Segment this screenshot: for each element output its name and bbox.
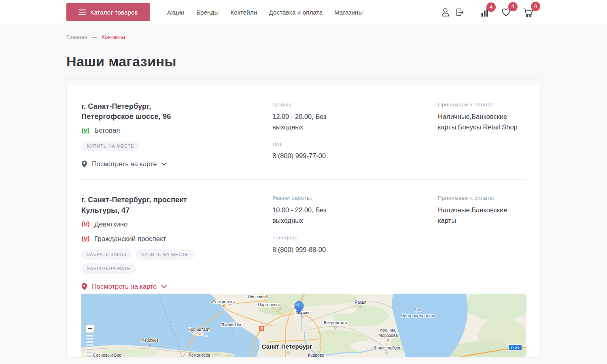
store-map[interactable]: ПесочныйСестрорецкПарголовоМуриноРахьяЛи… (81, 294, 526, 357)
metro-icon: М (81, 127, 90, 134)
header-icons: 4 4 0 (440, 0, 534, 24)
store-tag: КУПИТЬ НА МЕСТЕ (81, 141, 140, 151)
map-town-dot (279, 308, 280, 309)
schedule-value: 12.00 - 20.00, Без выходных (272, 112, 347, 132)
map-label: Морозова (378, 333, 398, 338)
payment-value: Наличные,Банковские карты (438, 205, 526, 226)
map-town-dot (149, 344, 151, 346)
phone-value: 8 (800) 999-77-00 (272, 151, 438, 161)
map-town-dot (301, 316, 303, 318)
metro-station-name: Гражданский проспект (94, 235, 166, 243)
cart-count-badge: 0 (531, 2, 540, 11)
title-divider (66, 78, 541, 78)
map-label: Шлиссельбург (372, 345, 401, 350)
svg-text:М: М (84, 222, 88, 227)
metro-station: М Девяткино (81, 220, 272, 229)
schedule-label: Режим работы: (272, 195, 438, 201)
store-tags: КУПИТЬ НА МЕСТЕ (81, 141, 243, 151)
map-town-dot (223, 305, 225, 307)
show-on-map-link[interactable]: Посмотреть на карте (81, 160, 167, 168)
breadcrumb-home-link[interactable]: Главная (66, 34, 87, 40)
metro-station-name: Девяткино (94, 220, 128, 229)
wishlist-count-badge: 4 (508, 2, 518, 11)
nav-delivery[interactable]: Доставка и оплата (269, 9, 323, 16)
map-label: Ломоносов (189, 353, 211, 357)
nav-shops[interactable]: Магазины (334, 9, 363, 16)
store-address: г. Санкт-Петербург, проспект Культуры, 4… (81, 195, 189, 215)
map-town-dot (387, 339, 389, 341)
show-on-map-label: Посмотреть на карте (92, 160, 157, 168)
map-label: Санкт-Петербург (262, 343, 312, 350)
map-label: Петрокрепость (401, 313, 435, 318)
header: Каталог товаров Акции Бренды Коктейли До… (0, 0, 607, 24)
map-pin-icon (81, 160, 87, 168)
phone-label: тел: (272, 141, 438, 147)
compare-button[interactable]: 4 (481, 8, 490, 17)
store-tag: ЗАБРОНИРОВАТЬ (81, 263, 136, 274)
svg-text:М: М (84, 236, 88, 242)
breadcrumb-separator: — (91, 34, 97, 40)
map-label: Сосновый Бор (93, 353, 122, 357)
logout-button[interactable] (454, 7, 465, 17)
show-on-map-link[interactable]: Посмотреть на карте (81, 283, 167, 290)
store-info-column: г. Санкт-Петербург, Петергофское шоссе, … (81, 102, 272, 168)
store-row: г. Санкт-Петербург, проспект Культуры, 4… (81, 179, 526, 290)
map-town-dot (335, 327, 336, 328)
chevron-down-icon (161, 162, 167, 166)
store-tags: ЗАБРАТЬ ЗАКАЗ КУПИТЬ НА МЕСТЕ ЗАБРОНИРОВ… (81, 249, 243, 274)
metro-station: М Беговая (81, 127, 272, 135)
metro-station: М Гражданский проспект (81, 235, 272, 243)
phone-value: 8 (800) 999-88-00 (272, 245, 438, 255)
map-label: Лебяжье (142, 338, 159, 343)
main-nav: Акции Бренды Коктейли Доставка и оплата … (167, 0, 363, 24)
breadcrumb-current: Контакты (102, 34, 125, 40)
breadcrumb: Главная — Контакты (0, 24, 607, 40)
user-icon (440, 7, 450, 17)
map-label: Рахья (355, 300, 367, 305)
catalog-button-label: Каталог товаров (90, 9, 138, 16)
svg-text:Р-21: Р-21 (511, 345, 520, 350)
map-town-dot (288, 352, 289, 353)
map-label: Сестрорецк (212, 299, 236, 304)
map-label: пос. им. (380, 328, 396, 332)
store-payment-column: Принимаем к оплате: Наличные,Банковские … (438, 195, 526, 290)
store-tag: ЗАБРАТЬ ЗАКАЗ (81, 249, 132, 260)
map-town-dot (360, 306, 361, 307)
map-road-badge: Р-21 (508, 345, 522, 351)
map-town-dot (386, 352, 387, 353)
map-label: Кронштадт (188, 327, 210, 332)
nav-brands[interactable]: Бренды (196, 9, 219, 16)
schedule-label: график: (272, 102, 438, 108)
cart-button[interactable]: 0 (522, 7, 534, 17)
chevron-down-icon (161, 285, 167, 288)
stores-card: г. Санкт-Петербург, Петергофское шоссе, … (66, 85, 541, 358)
metro-icon: М (81, 221, 90, 228)
map-zoom-out-button[interactable] (85, 324, 95, 333)
map-label: бух. (414, 307, 422, 312)
store-address: г. Санкт-Петербург, Петергофское шоссе, … (81, 102, 189, 122)
store-row: г. Санкт-Петербург, Петергофское шоссе, … (81, 102, 526, 179)
store-payment-column: Принимаем к оплате: Наличные,Банковские … (438, 102, 526, 168)
map-poi-ruble-badge: ₽ (259, 326, 264, 331)
svg-text:М: М (84, 128, 88, 134)
store-schedule-column: график: 12.00 - 20.00, Без выходных тел:… (272, 102, 438, 168)
map-town-dot (199, 333, 200, 334)
nav-promotions[interactable]: Акции (167, 9, 185, 16)
metro-icon: М (81, 235, 90, 242)
catalog-button[interactable]: Каталог товаров (66, 3, 150, 21)
payment-label: Принимаем к оплате: (438, 102, 526, 108)
map-canvas[interactable]: ПесочныйСестрорецкПарголовоМуриноРахьяЛи… (81, 294, 526, 357)
nav-cocktails[interactable]: Коктейли (230, 9, 257, 16)
payment-label: Принимаем к оплате: (438, 195, 526, 201)
map-label: Песочный (248, 294, 267, 299)
account-button[interactable] (440, 7, 450, 17)
svg-text:₽: ₽ (260, 327, 263, 331)
page-title: Наши магазины (66, 54, 607, 70)
compare-count-badge: 4 (486, 2, 496, 12)
phone-label: Телефон: (272, 235, 438, 241)
logout-icon (454, 7, 465, 17)
store-schedule-column: Режим работы: 10.00 - 22.00, Без выходны… (272, 195, 438, 290)
map-label: Лисий Нос (221, 322, 242, 327)
wishlist-button[interactable]: 4 (501, 7, 511, 17)
metro-station-name: Беговая (94, 127, 120, 135)
